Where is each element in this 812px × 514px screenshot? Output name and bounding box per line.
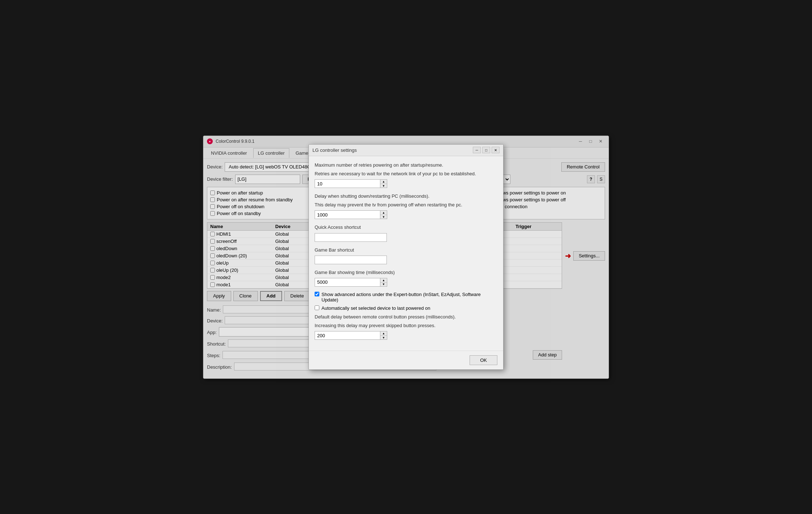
- delay-section: Delay when shutting down/restarting PC (…: [315, 193, 497, 219]
- retries-spinner: ▲ ▼: [315, 179, 365, 188]
- auto-device-checkbox[interactable]: [315, 305, 319, 310]
- auto-device-label: Automatically set selected device to las…: [321, 305, 430, 311]
- quick-access-section: Quick Access shortcut: [315, 224, 497, 241]
- retries-desc1: Maximum number of retries powering on af…: [315, 162, 497, 168]
- dialog-title-bar: LG controller settings ─ □ ✕: [309, 145, 503, 156]
- retries-arrows: ▲ ▼: [380, 179, 387, 188]
- dialog-maximize[interactable]: □: [482, 147, 490, 153]
- delay-desc2: This delay may prevent the tv from power…: [315, 202, 497, 208]
- retries-up[interactable]: ▲: [380, 180, 387, 184]
- default-delay-up[interactable]: ▲: [380, 331, 387, 335]
- default-delay-desc1: Default delay between remote control but…: [315, 314, 497, 320]
- game-bar-time-spinner: ▲ ▼: [315, 278, 365, 287]
- delay-arrows: ▲ ▼: [380, 210, 387, 219]
- game-bar-time-section: Game Bar showing time (milliseconds) ▲ ▼: [315, 269, 497, 287]
- quick-access-input[interactable]: [315, 233, 387, 242]
- auto-device-row: Automatically set selected device to las…: [315, 305, 497, 311]
- default-delay-section: Default delay between remote control but…: [315, 314, 497, 340]
- default-delay-arrows: ▲ ▼: [380, 331, 387, 340]
- default-delay-spinner: ▲ ▼: [315, 331, 365, 340]
- retries-input[interactable]: [315, 179, 380, 188]
- game-bar-time-up[interactable]: ▲: [380, 278, 387, 282]
- dialog-minimize[interactable]: ─: [473, 147, 481, 153]
- game-bar-label: Game Bar shortcut: [315, 247, 497, 253]
- game-bar-section: Game Bar shortcut: [315, 247, 497, 264]
- delay-up[interactable]: ▲: [380, 211, 387, 215]
- default-delay-down[interactable]: ▼: [380, 335, 387, 339]
- default-delay-input[interactable]: [315, 331, 380, 340]
- dialog-overlay: LG controller settings ─ □ ✕ Maximum num…: [0, 0, 812, 514]
- dialog-title: LG controller settings: [312, 147, 357, 153]
- lg-settings-dialog: LG controller settings ─ □ ✕ Maximum num…: [308, 144, 504, 370]
- advanced-actions-row: Show advanced actions under the Expert-b…: [315, 292, 497, 303]
- dialog-content: Maximum number of retries powering on af…: [309, 156, 503, 351]
- game-bar-input[interactable]: [315, 256, 387, 264]
- delay-down[interactable]: ▼: [380, 215, 387, 219]
- retries-down[interactable]: ▼: [380, 184, 387, 188]
- game-bar-time-input[interactable]: [315, 278, 380, 287]
- delay-spinner: ▲ ▼: [315, 210, 365, 219]
- game-bar-time-down[interactable]: ▼: [380, 282, 387, 286]
- game-bar-time-label: Game Bar showing time (milliseconds): [315, 269, 497, 276]
- advanced-actions-label: Show advanced actions under the Expert-b…: [321, 292, 497, 303]
- default-delay-desc2: Increasing this delay may prevent skippe…: [315, 322, 497, 329]
- advanced-actions-checkbox[interactable]: [315, 292, 319, 296]
- delay-desc1: Delay when shutting down/restarting PC (…: [315, 193, 497, 200]
- quick-access-label: Quick Access shortcut: [315, 224, 497, 231]
- dialog-close[interactable]: ✕: [492, 147, 500, 153]
- ok-button[interactable]: OK: [470, 355, 497, 365]
- retries-desc2: Retries are necessary to wait for the ne…: [315, 171, 497, 177]
- game-bar-time-arrows: ▲ ▼: [380, 278, 387, 287]
- delay-input[interactable]: [315, 210, 380, 219]
- dialog-footer: OK: [309, 351, 503, 369]
- retries-section: Maximum number of retries powering on af…: [315, 162, 497, 188]
- dialog-controls: ─ □ ✕: [473, 147, 500, 153]
